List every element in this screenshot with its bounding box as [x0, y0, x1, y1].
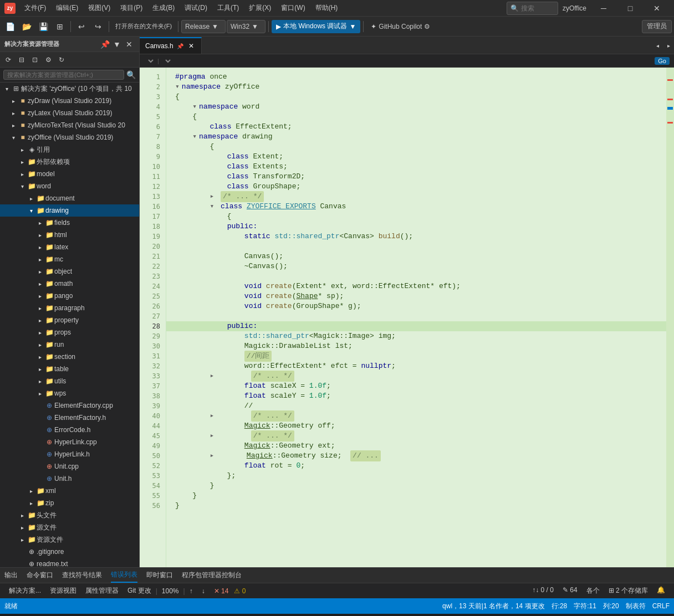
platform-dropdown[interactable]: Win32 ▼: [227, 20, 265, 33]
scroll-left-btn[interactable]: ◂: [652, 37, 663, 54]
tree-section[interactable]: ▸ 📁 section: [0, 351, 139, 363]
git-status-btn[interactable]: ↑↓ 0 / 0: [528, 584, 558, 598]
tree-paragraph[interactable]: ▸ 📁 paragraph: [0, 302, 139, 314]
filter-btn[interactable]: ⊡: [29, 54, 41, 66]
menu-debug[interactable]: 调试(D): [180, 1, 212, 15]
prop-manager-btn[interactable]: 属性管理器: [81, 584, 123, 598]
line-ending-status[interactable]: CRLF: [652, 602, 670, 610]
symbol-dropdown[interactable]: [161, 57, 172, 65]
tree-word[interactable]: ▾ 📁 word: [0, 180, 139, 192]
scrollbar-minimap[interactable]: [666, 68, 674, 567]
tab-command[interactable]: 命令窗口: [27, 568, 53, 582]
config-dropdown[interactable]: Release ▼: [181, 20, 226, 33]
maximize-button[interactable]: □: [617, 0, 643, 17]
tree-fields[interactable]: ▸ 📁 fields: [0, 217, 139, 229]
title-search-box[interactable]: 🔍: [507, 2, 558, 15]
tree-zyMicroTexTest[interactable]: ▸ ■ zyMicroTexTest (Visual Studio 20: [0, 119, 139, 131]
tree-external[interactable]: ▸ 📁 外部依赖项: [0, 156, 139, 168]
down-btn[interactable]: ↓: [197, 585, 210, 597]
minimize-button[interactable]: ─: [591, 0, 616, 17]
tree-xml[interactable]: ▸ 📁 xml: [0, 485, 139, 497]
col-status[interactable]: 字符:11: [574, 602, 596, 611]
tab-canvas-h[interactable]: Canvas.h 📌 ✕: [140, 37, 202, 54]
tree-zyLatex[interactable]: ▸ ■ zyLatex (Visual Studio 2019): [0, 107, 139, 119]
tab-find-results[interactable]: 查找符号结果: [62, 568, 102, 582]
tree-document[interactable]: ▸ 📁 document: [0, 192, 139, 204]
menu-extend[interactable]: 扩展(X): [244, 1, 275, 15]
menu-project[interactable]: 项目(P): [116, 1, 147, 15]
save-all-btn[interactable]: ⊞: [52, 19, 68, 34]
menu-window[interactable]: 窗口(W): [277, 1, 309, 15]
code-content[interactable]: #pragma once ▾namespace zyOffice { ▾name…: [166, 68, 666, 567]
sidebar-search-input[interactable]: [3, 70, 124, 80]
menu-file[interactable]: 文件(F): [20, 1, 50, 15]
menu-edit[interactable]: 编辑(E): [52, 1, 83, 15]
tree-ElementFactory-cpp[interactable]: ⊕ ElementFactory.cpp: [0, 399, 139, 412]
files-count-btn[interactable]: ✎ 64: [558, 584, 582, 598]
ready-status[interactable]: 就绪: [4, 602, 18, 611]
tree-Unit-h[interactable]: ⊕ Unit.h: [0, 473, 139, 485]
tree-run[interactable]: ▸ 📁 run: [0, 338, 139, 351]
sidebar-search-icon[interactable]: 🔍: [126, 70, 136, 79]
tree-property[interactable]: ▸ 📁 property: [0, 314, 139, 326]
undo-btn[interactable]: ↩: [74, 19, 89, 34]
open-file-btn[interactable]: 📂: [19, 19, 34, 34]
tree-props[interactable]: ▸ 📁 props: [0, 326, 139, 338]
tree-ErrorCode-h[interactable]: ⊕ ErrorCode.h: [0, 424, 139, 436]
collapse-all-btn[interactable]: ⊟: [16, 54, 28, 66]
admin-btn[interactable]: 管理员: [642, 20, 672, 33]
solution-tab-btn[interactable]: 解决方案...: [4, 584, 45, 598]
tree-wps[interactable]: ▸ 📁 wps: [0, 387, 139, 399]
refresh-btn[interactable]: ↻: [55, 54, 68, 66]
tab-close-btn[interactable]: ✕: [187, 42, 196, 50]
notification-icon-btn[interactable]: 🔔: [652, 584, 670, 598]
tree-utils[interactable]: ▸ 📁 utils: [0, 375, 139, 387]
up-btn[interactable]: ↑: [185, 585, 197, 597]
encoding-status[interactable]: 制表符: [626, 602, 646, 611]
tree-HyperLink-h[interactable]: ⊕ HyperLink.h: [0, 448, 139, 460]
repo-count-btn[interactable]: ⊞ 2 个存储库: [604, 584, 652, 598]
tab-immediate[interactable]: 即时窗口: [146, 568, 173, 582]
go-button[interactable]: Go: [655, 57, 670, 65]
colnum-status[interactable]: 列:20: [603, 602, 619, 611]
pin-btn[interactable]: 📌: [99, 39, 110, 50]
sync-btn[interactable]: ⟳: [2, 54, 14, 66]
title-search-input[interactable]: [521, 4, 554, 12]
tree-references[interactable]: ▸ ◈ 引用: [0, 143, 139, 156]
open-folder-btn[interactable]: 打开所在的文件夹(F): [112, 19, 175, 34]
tree-latex[interactable]: ▸ 📁 latex: [0, 241, 139, 253]
tree-pango[interactable]: ▸ 📁 pango: [0, 290, 139, 302]
tree-sourcefiles[interactable]: ▸ 📁 源文件: [0, 521, 139, 533]
tree-resfiles[interactable]: ▸ 📁 资源文件: [0, 533, 139, 546]
tree-zip[interactable]: ▸ 📁 zip: [0, 497, 139, 509]
error-indicator[interactable]: ✕ 14 ⚠ 0: [210, 585, 251, 597]
tab-output[interactable]: 输出: [4, 568, 18, 582]
row-status[interactable]: 行:28: [552, 602, 568, 611]
class-view-btn[interactable]: 资源视图: [45, 584, 81, 598]
copilot-btn[interactable]: ✦ GitHub Copilot ⚙: [366, 22, 435, 32]
redo-btn[interactable]: ↪: [90, 19, 106, 34]
tree-model[interactable]: ▸ 📁 model: [0, 168, 139, 180]
sidebar-close-btn[interactable]: ✕: [124, 39, 135, 50]
tree-HyperLink-cpp[interactable]: ⊕ HyperLink.cpp: [0, 436, 139, 448]
tab-error-list[interactable]: 错误列表: [111, 568, 137, 583]
scroll-right-btn[interactable]: ▸: [663, 37, 674, 54]
save-btn[interactable]: 💾: [35, 19, 51, 34]
run-debugger-btn[interactable]: ▶ 本地 Windows 调试器 ▼: [272, 20, 360, 33]
menu-build[interactable]: 生成(B): [148, 1, 179, 15]
tree-Unit-cpp[interactable]: ⊕ Unit.cpp: [0, 460, 139, 473]
git-changes-btn[interactable]: Git 更改: [123, 584, 156, 598]
tree-headfiles[interactable]: ▸ 📁 头文件: [0, 509, 139, 521]
tree-readme[interactable]: ⊕ readme.txt: [0, 558, 139, 567]
tree-drawing[interactable]: ▾ 📁 drawing: [0, 204, 139, 217]
source-control-status[interactable]: qwl，13 天前|1 名作者，14 项更改: [442, 602, 545, 611]
tree-zyOffice[interactable]: ▾ ■ zyOffice (Visual Studio 2019): [0, 131, 139, 143]
new-file-btn[interactable]: 📄: [2, 19, 18, 34]
menu-view[interactable]: 视图(V): [84, 1, 115, 15]
tree-object[interactable]: ▸ 📁 object: [0, 265, 139, 278]
close-button[interactable]: ✕: [644, 0, 670, 17]
menu-tools[interactable]: 工具(T): [213, 1, 243, 15]
tree-zyDraw[interactable]: ▸ ■ zyDraw (Visual Studio 2019): [0, 95, 139, 107]
selected-count-btn[interactable]: 各个: [582, 584, 604, 598]
tab-package-manager[interactable]: 程序包管理器控制台: [182, 568, 242, 582]
